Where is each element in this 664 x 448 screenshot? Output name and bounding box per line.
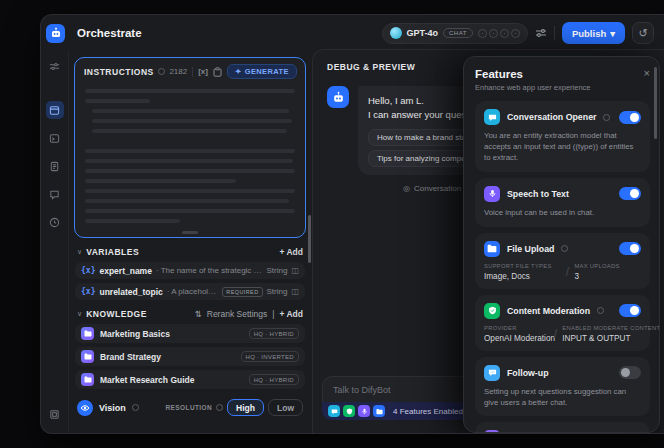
dataset-folder-icon [81,327,94,340]
toggle-conversation-opener[interactable] [619,111,641,124]
model-selector[interactable]: GPT-4o CHAT [382,23,528,44]
features-panel-subtitle: Enhance web app user experience [475,83,650,92]
feature-card-follow-up: Follow-up Setting up next questions sugg… [475,357,650,417]
kv-divider: / [548,325,562,343]
content-moderation-mini-icon [343,405,355,417]
knowledge-row[interactable]: Marketing Basics HQ · HYBRID [75,324,305,343]
top-bar: Orchestrate GPT-4o CHAT [41,15,664,51]
features-panel-title: Features [475,68,523,80]
index-mode-badge: HQ · INVERTED [241,351,299,362]
index-mode-badge: HQ · HYBRID [249,374,299,385]
sidebar-item-annotation[interactable] [46,185,64,203]
model-provider-icon [390,27,402,39]
close-icon[interactable]: × [644,68,650,78]
instructions-text-skeleton [75,81,305,223]
help-icon[interactable] [132,404,139,411]
history-button[interactable]: ↺ [632,22,654,44]
features-panel: Features × Enhance web app user experien… [463,56,660,433]
features-scrollbar[interactable] [654,67,657,139]
sidebar-item-logs[interactable] [46,157,64,175]
model-capability-icons [478,29,520,38]
publish-button[interactable]: Publish▾ [562,22,625,44]
history-icon: ↺ [638,27,647,40]
resize-handle[interactable] [182,231,198,234]
required-badge: REQUIRED [222,287,262,297]
speech-to-text-mini-icon [358,405,370,417]
feature-card-speech-to-text: Speech to Text Voice input can be used i… [475,178,650,227]
sidebar-item-layout[interactable] [46,405,64,423]
sidebar-item-monitoring[interactable] [46,213,64,231]
folder-icon [484,241,500,257]
sidebar-item-orchestrate[interactable] [46,101,64,119]
microphone-icon [484,186,500,202]
sidebar-item-terminal[interactable] [46,129,64,147]
conversation-opener-icon [484,109,500,125]
toggle-speech-to-text[interactable] [619,187,641,200]
file-upload-mini-icon [373,405,385,417]
chevron-down-icon[interactable]: ∨ [77,248,82,256]
dataset-folder-icon [81,350,94,363]
model-name: GPT-4o [407,28,439,38]
capability-icon-2 [489,29,498,38]
clipboard-icon[interactable] [213,67,222,77]
variable-row[interactable]: {x} unrelated_topic · A placeholder for … [75,283,305,300]
add-knowledge-button[interactable]: + Add [279,309,303,319]
resolution-low-button[interactable]: Low [268,399,303,416]
resolution-high-button[interactable]: High [227,399,264,416]
instructions-panel[interactable]: INSTRUCTIONS 2182 [x] ✦GENERATE [74,57,306,238]
field-type-icon[interactable]: ◫ [291,287,299,296]
kv-divider: / [560,263,574,281]
vision-eye-icon [77,400,93,416]
toggle-content-moderation[interactable] [619,304,641,317]
shield-check-icon [484,303,500,319]
knowledge-section-header: ∨ KNOWLEDGE ⇅ Rerank Settings | + Add [77,309,303,319]
opener-target-icon: ◎ [403,184,410,193]
toggle-file-upload[interactable] [619,242,641,255]
rerank-icon: ⇅ [195,309,202,319]
text-to-speech-icon: Te [484,430,500,433]
model-mode-badge: CHAT [443,28,473,38]
conversation-opener-mini-icon [328,405,340,417]
follow-up-chat-icon [484,365,500,381]
variable-icon: {x} [81,287,95,296]
model-settings-sliders-icon[interactable] [535,27,547,39]
help-icon[interactable] [597,307,604,314]
generate-button[interactable]: ✦GENERATE [227,64,297,79]
toggle-text-to-speech[interactable] [619,432,641,433]
features-enabled-label: 4 Features Enabled [393,407,463,416]
feature-card-conversation-opener: Conversation Opener You are an entity ex… [475,101,650,172]
config-scrollbar[interactable] [308,215,311,263]
instructions-title: INSTRUCTIONS [84,67,154,77]
char-count: 2182 [169,67,187,76]
feature-card-text-to-speech: Te Text to Speech Conversation messages … [475,422,650,433]
left-icon-sidebar [41,51,69,433]
variables-section-header: ∨ VARIABLES + Add [77,247,303,257]
tune-sliders-icon[interactable] [46,57,64,75]
toggle-follow-up[interactable] [619,366,641,379]
field-type-icon[interactable]: ◫ [291,266,299,275]
help-icon[interactable] [603,114,610,121]
capability-icon-4 [511,29,520,38]
chevron-down-icon[interactable]: ∨ [77,310,82,318]
configuration-panel: INSTRUCTIONS 2182 [x] ✦GENERATE [69,51,312,433]
capability-icon-1 [478,29,487,38]
sparkle-icon: ✦ [235,67,242,76]
variable-brackets-icon[interactable]: [x] [198,67,208,76]
app-logo-robot-icon [46,24,65,43]
topbar-divider [554,26,555,40]
app-window: Orchestrate GPT-4o CHAT [40,14,664,434]
knowledge-row[interactable]: Brand Strategy HQ · INVERTED [75,347,305,366]
index-mode-badge: HQ · HYBRID [249,328,299,339]
bot-avatar-robot-icon [327,86,349,108]
variable-row[interactable]: {x} expert_name · The name of the strate… [75,262,305,279]
screen: Orchestrate GPT-4o CHAT [0,0,664,448]
help-icon[interactable] [216,404,223,411]
add-variable-button[interactable]: + Add [279,247,303,257]
capability-icon-3 [500,29,509,38]
knowledge-row[interactable]: Market Research Guide HQ · HYBRID [75,370,305,389]
help-icon[interactable] [561,245,568,252]
chevron-down-icon: ▾ [610,28,615,39]
help-icon[interactable] [158,68,165,75]
rerank-settings-button[interactable]: Rerank Settings [207,309,267,319]
feature-card-content-moderation: Content Moderation PROVIDER OpenAI Moder… [475,295,650,351]
